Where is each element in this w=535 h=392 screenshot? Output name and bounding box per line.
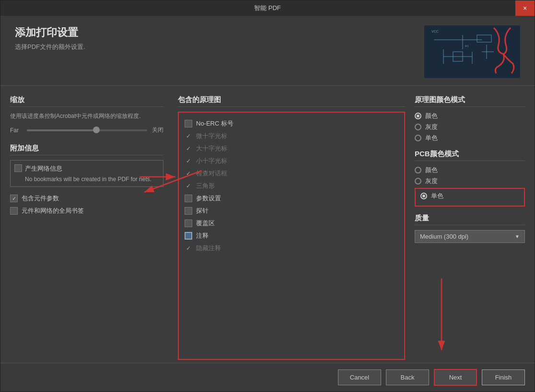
pcb-radio-row-color: 颜色 [415, 166, 525, 174]
list-item: 覆盖区 [184, 217, 399, 230]
schematic-item-label-9: 注释 [196, 231, 209, 240]
radio-color-label: 颜色 [425, 112, 438, 120]
radio-row-mono: 单色 [415, 134, 525, 142]
schematic-checkmark-10: ✓ [185, 245, 192, 252]
pcb-color-group: 颜色 灰度 单色 [415, 166, 525, 207]
list-item: ✓ 检查对话框 [184, 167, 399, 180]
list-item: ✓ 三角形 [184, 180, 399, 192]
pcb-radio-color-label: 颜色 [425, 166, 438, 174]
titlebar: 智能 PDF × [0, 0, 535, 16]
addinfo-title: 附加信息 [10, 144, 163, 155]
back-button[interactable]: Back [386, 369, 429, 385]
global-bookmarks-label: 元件和网络的全局书签 [22, 207, 84, 215]
page-title: 添加打印设置 [15, 25, 85, 40]
net-info-combined: 产生网络信息 No bookmarks will be created in t… [10, 160, 163, 187]
middle-panel: 包含的原理图 No-ERC 标号 ✓ 微十字光标 ✓ 大十字光标 ✓ [173, 95, 410, 358]
list-item: ✓ 大十字光标 [184, 142, 399, 155]
radio-row-color: 颜色 [415, 112, 525, 120]
slider-far-label: Far [10, 127, 22, 134]
zoom-slider[interactable] [27, 129, 147, 131]
schematic-color-group: 颜色 灰度 单色 [415, 112, 525, 142]
pcb-color-title: PCB颜色模式 [415, 150, 525, 161]
svg-text:R1: R1 [465, 45, 469, 47]
slider-close-label: 关闭 [152, 126, 163, 134]
pcb-radio-row-mono: 单色 [420, 192, 519, 200]
finish-button[interactable]: Finish [482, 369, 525, 385]
list-item: 注释 [184, 230, 399, 242]
schematic-item-label-10: 隐藏注释 [196, 244, 221, 253]
schematic-checkmark-5: ✓ [185, 183, 192, 189]
generate-net-checkbox[interactable] [14, 164, 22, 172]
pcb-radio-mono[interactable] [420, 193, 427, 199]
schematic-item-label-5: 三角形 [196, 182, 215, 190]
list-item: 探针 [184, 205, 399, 217]
global-bookmarks-row: 元件和网络的全局书签 [10, 207, 163, 215]
pcb-radio-gray[interactable] [415, 178, 421, 184]
content-area: 缩放 使用该进度条控制Acrobat中元件或网络的缩放程度. Far 关闭 附加… [0, 86, 535, 363]
header-image: VCC R1 [424, 25, 520, 78]
bottom-checks: 包含元件参数 元件和网络的全局书签 [10, 194, 163, 215]
close-button[interactable]: × [515, 0, 535, 16]
schematic-checkmark-2: ✓ [185, 145, 192, 152]
pcb-radio-mono-label: 单色 [431, 192, 443, 200]
footer: Cancel Back Next Finish [0, 363, 535, 392]
zoom-description: 使用该进度条控制Acrobat中元件或网络的缩放程度. [10, 112, 163, 120]
radio-color[interactable] [415, 113, 421, 119]
schematic-list: No-ERC 标号 ✓ 微十字光标 ✓ 大十字光标 ✓ 小十字光标 ✓ 检查对 [178, 112, 405, 360]
quality-dropdown[interactable]: Medium (300 dpi) ▼ [415, 230, 525, 243]
pcb-radio-row-gray: 灰度 [415, 177, 525, 185]
radio-gray-label: 灰度 [425, 123, 438, 131]
main-window: 智能 PDF × 添加打印设置 选择PDF文件的额外设置. VCC [0, 0, 535, 392]
right-panel: 原理图颜色模式 颜色 灰度 单色 PCB颜色模式 [410, 95, 525, 358]
schematic-item-label-4: 检查对话框 [196, 169, 227, 178]
include-params-label: 包含元件参数 [22, 194, 59, 203]
pcb-section: PCB颜色模式 颜色 灰度 单色 [415, 150, 525, 207]
additional-info-section: 附加信息 产生网络信息 No bookmarks will be created… [10, 144, 163, 187]
net-info-text: No bookmarks will be created in the PDF … [25, 176, 151, 183]
schematic-item-label-2: 大十字光标 [196, 144, 227, 153]
radio-mono[interactable] [415, 135, 421, 141]
schematic-item-label-8: 覆盖区 [196, 219, 215, 228]
schematic-item-label-6: 参数设置 [196, 194, 221, 203]
cancel-button[interactable]: Cancel [338, 369, 381, 385]
list-item: No-ERC 标号 [184, 117, 399, 130]
pcb-radio-gray-label: 灰度 [425, 177, 438, 185]
list-item: ✓ 小十字光标 [184, 155, 399, 167]
pcb-radio-color[interactable] [415, 167, 421, 173]
radio-row-gray: 灰度 [415, 123, 525, 131]
page-subtitle: 选择PDF文件的额外设置. [15, 43, 85, 51]
schematic-item-checkbox-6[interactable] [185, 195, 192, 202]
schematic-item-checkbox-9[interactable] [185, 232, 192, 240]
header-text: 添加打印设置 选择PDF文件的额外设置. [15, 25, 85, 51]
generate-net-label: 产生网络信息 [25, 164, 151, 173]
schematic-item-checkbox-7[interactable] [185, 207, 192, 215]
schematic-checkmark-4: ✓ [185, 170, 192, 177]
schematic-checkmark-3: ✓ [185, 158, 192, 164]
next-button[interactable]: Next [434, 369, 477, 386]
svg-text:VCC: VCC [431, 30, 439, 33]
radio-grayscale[interactable] [415, 124, 421, 130]
window-title: 智能 PDF [254, 4, 281, 12]
schematic-item-label-3: 小十字光标 [196, 157, 227, 165]
schematic-item-checkbox-8[interactable] [185, 219, 192, 227]
pcb-mono-selected-box: 单色 [415, 188, 525, 207]
zoom-section: 缩放 使用该进度条控制Acrobat中元件或网络的缩放程度. Far 关闭 [10, 95, 163, 134]
schematic-item-label-1: 微十字光标 [196, 132, 227, 140]
schematic-title: 包含的原理图 [178, 95, 405, 107]
list-item: 参数设置 [184, 192, 399, 205]
schematic-item-checkbox-0[interactable] [185, 120, 192, 127]
list-item: ✓ 隐藏注释 [184, 242, 399, 254]
schematic-checkmark-1: ✓ [185, 133, 192, 139]
list-item: ✓ 微十字光标 [184, 130, 399, 142]
radio-mono-label: 单色 [425, 134, 438, 142]
dropdown-arrow-icon: ▼ [515, 234, 520, 239]
header-area: 添加打印设置 选择PDF文件的额外设置. VCC R1 [0, 16, 535, 86]
quality-section: 质量 Medium (300 dpi) ▼ [415, 214, 525, 243]
include-params-row: 包含元件参数 [10, 194, 163, 203]
zoom-title: 缩放 [10, 95, 163, 107]
slider-row: Far 关闭 [10, 126, 163, 134]
left-panel: 缩放 使用该进度条控制Acrobat中元件或网络的缩放程度. Far 关闭 附加… [10, 95, 173, 358]
global-bookmarks-checkbox[interactable] [10, 207, 18, 215]
include-params-checkbox[interactable] [10, 195, 18, 202]
schematic-item-label-7: 探针 [196, 207, 209, 215]
